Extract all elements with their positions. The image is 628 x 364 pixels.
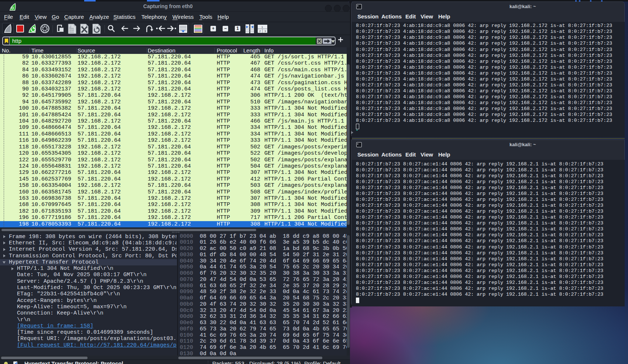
svg-text:1: 1 xyxy=(261,25,263,29)
svg-text:3: 3 xyxy=(264,30,266,33)
svg-text:2: 2 xyxy=(259,30,261,33)
svg-text:0111: 0111 xyxy=(69,31,74,34)
